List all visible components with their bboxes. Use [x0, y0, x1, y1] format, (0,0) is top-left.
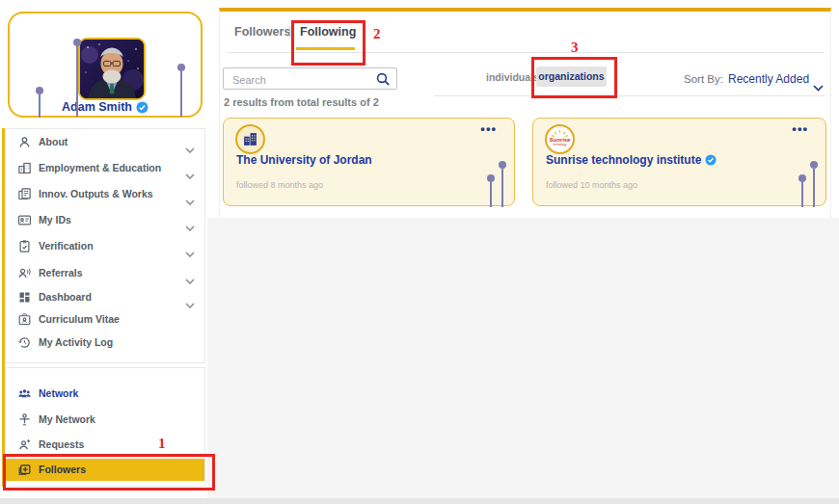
verified-badge-icon: [136, 101, 149, 114]
sidebar-item-dashboard[interactable]: Dashboard: [6, 288, 204, 307]
sidebar-item-label: Referrals: [39, 267, 83, 279]
card-menu-button[interactable]: •••: [786, 120, 814, 137]
page: Adam Smith About: [0, 0, 839, 504]
clipboard-check-icon: [17, 239, 32, 253]
sidebar-item-my-activity-log[interactable]: My Activity Log: [6, 333, 204, 353]
sort-by-value[interactable]: Recently Added: [728, 72, 809, 86]
active-tab-underline: [296, 47, 355, 50]
decorative-pin: [177, 64, 185, 117]
svg-text:Sunrise: Sunrise: [550, 137, 572, 143]
sidebar-item-curriculum-vitae[interactable]: Curriculum Vitae: [6, 310, 204, 330]
profile-photo: [78, 38, 146, 100]
chevron-down-icon: [185, 271, 195, 288]
sidebar-item-label: My IDs: [39, 214, 71, 225]
chevron-down-icon: [185, 166, 195, 183]
sidebar-item-label: My Network: [39, 413, 95, 425]
decorative-pin: [73, 39, 81, 117]
org-name[interactable]: Sunrise technology institute: [546, 153, 701, 167]
sidebar-item-requests[interactable]: Requests: [6, 436, 204, 455]
sidebar-item-label: Verification: [39, 240, 94, 252]
sidebar-item-innov-outputs-works[interactable]: Innov. Outputs & Works: [6, 185, 204, 204]
annotation-label-1: 1: [158, 436, 166, 452]
org-card-sunrise-technology-institute[interactable]: Sunrise technology ••• Sunrise technolog…: [532, 118, 826, 206]
decorative-pin: [798, 174, 806, 207]
sidebar-item-network[interactable]: Network: [6, 385, 204, 404]
user-icon: [17, 135, 32, 149]
sidebar-item-about[interactable]: About: [6, 133, 204, 152]
profile-name: Adam Smith: [62, 100, 132, 114]
chevron-down-icon: [185, 192, 195, 209]
id-card-icon: [17, 213, 32, 227]
sidebar-item-label: My Activity Log: [39, 336, 113, 348]
search-icon[interactable]: [376, 72, 391, 91]
card-menu-button[interactable]: •••: [474, 120, 502, 137]
profile-photo-image: [80, 40, 144, 98]
tab-divider: |: [288, 23, 291, 38]
content-background: [207, 218, 839, 498]
org-card-university-of-jordan[interactable]: ••• The University of Jordan followed 8 …: [223, 118, 515, 206]
followed-date-text: followed 8 months ago: [236, 180, 323, 190]
history-clock-icon: [17, 335, 32, 350]
documents-icon: [17, 187, 32, 201]
annotation-label-3: 3: [571, 40, 579, 56]
person-plus-icon: [17, 438, 32, 452]
sidebar-item-verification[interactable]: Verification: [6, 237, 204, 256]
org-avatar: Sunrise technology: [545, 124, 575, 154]
search-box: [223, 67, 397, 90]
org-avatar: [235, 124, 265, 154]
verified-badge-icon: [705, 154, 717, 166]
person-standing-icon: [17, 412, 32, 427]
sidebar-item-employment-education[interactable]: Employment & Education: [6, 159, 204, 178]
search-input[interactable]: [230, 69, 374, 90]
decorative-pin: [36, 87, 43, 118]
chevron-down-icon: [185, 140, 195, 157]
followed-date-text: followed 10 months ago: [546, 180, 637, 190]
page-bottom-strip: [0, 498, 839, 504]
sidebar-item-label: Network: [39, 387, 78, 399]
sidebar-item-label: Innov. Outputs & Works: [39, 188, 153, 199]
filter-individuals[interactable]: individuals: [486, 71, 539, 83]
filter-organizations[interactable]: organizations: [536, 66, 607, 87]
decorative-pin: [499, 161, 506, 207]
sidebar-item-label: Followers: [39, 464, 86, 475]
tab-following[interactable]: Following: [300, 25, 356, 39]
person-broadcast-icon: [17, 266, 32, 280]
org-name[interactable]: The University of Jordan: [236, 153, 372, 167]
annotation-label-2: 2: [373, 26, 381, 42]
sunrise-logo: Sunrise technology: [548, 127, 572, 151]
sidebar-item-followers[interactable]: Followers: [6, 459, 204, 481]
sidebar-item-my-ids[interactable]: My IDs: [6, 211, 204, 230]
chevron-down-icon[interactable]: [813, 78, 824, 95]
sidebar-item-label: Dashboard: [39, 291, 92, 303]
sidebar-item-label: About: [39, 136, 68, 147]
sort-by-label: Sort By:: [684, 73, 723, 85]
sidebar-item-referrals[interactable]: Referrals: [6, 264, 204, 283]
sidebar-network-menu: Network My Network Requests: [5, 367, 205, 487]
dashboard-grid-icon: [17, 290, 32, 305]
people-group-icon: [17, 386, 32, 401]
sidebar-item-label: Curriculum Vitae: [39, 313, 120, 325]
decorative-pin: [810, 161, 818, 207]
sidebar-item-label: Employment & Education: [39, 162, 161, 173]
filter-row-divider-line: [434, 95, 825, 96]
tabs-divider-line: [227, 52, 825, 53]
results-count-text: 2 results from total results of 2: [224, 96, 379, 108]
sidebar-item-my-network[interactable]: My Network: [6, 411, 204, 430]
building-icon: [17, 161, 32, 175]
chevron-down-icon: [185, 244, 195, 261]
building-icon: [242, 131, 258, 147]
sidebar-item-label: Requests: [39, 438, 84, 450]
tab-followers[interactable]: Followers: [234, 25, 290, 39]
chevron-down-icon: [185, 218, 195, 235]
card-plus-icon: [17, 463, 32, 477]
sidebar-menu: About Employment & Education I: [5, 128, 205, 363]
decorative-pin: [487, 174, 495, 207]
svg-text:technology: technology: [554, 143, 567, 146]
cv-badge-icon: [17, 312, 32, 327]
